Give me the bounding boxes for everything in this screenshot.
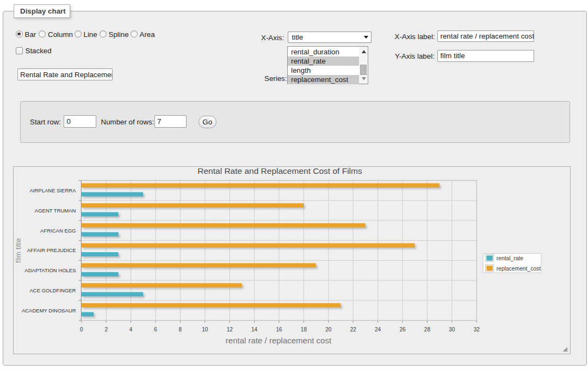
svg-text:4: 4 (129, 327, 133, 333)
svg-text:film title: film title (14, 238, 22, 263)
svg-text:replacement_cost: replacement_cost (497, 266, 541, 272)
svg-text:ACADEMY DINOSAUR: ACADEMY DINOSAUR (22, 308, 76, 313)
svg-text:20: 20 (325, 327, 332, 333)
svg-text:ACE GOLDFINGER: ACE GOLDFINGER (30, 287, 76, 293)
svg-text:rental_rate: rental_rate (497, 255, 524, 261)
svg-text:8: 8 (179, 327, 182, 333)
svg-text:2: 2 (104, 327, 108, 333)
svg-text:24: 24 (375, 327, 381, 333)
svg-text:AFFAIR PREJUDICE: AFFAIR PREJUDICE (27, 247, 76, 253)
svg-text:26: 26 (399, 327, 406, 333)
svg-text:30: 30 (449, 327, 455, 333)
svg-text:ADAPTATION HOLES: ADAPTATION HOLES (24, 267, 76, 273)
svg-text:AIRPLANE SIERRA: AIRPLANE SIERRA (30, 187, 77, 193)
svg-text:16: 16 (276, 327, 282, 333)
svg-text:6: 6 (154, 327, 157, 333)
svg-text:Rental Rate and Replacement Co: Rental Rate and Replacement Cost of Film… (197, 166, 362, 175)
svg-text:rental rate / replacement cost: rental rate / replacement cost (226, 336, 332, 345)
svg-text:28: 28 (424, 327, 431, 333)
svg-text:18: 18 (301, 327, 307, 333)
svg-text:AFRICAN EGG: AFRICAN EGG (40, 228, 76, 234)
svg-text:22: 22 (350, 327, 357, 333)
svg-text:10: 10 (202, 327, 208, 333)
svg-text:AGENT TRUMAN: AGENT TRUMAN (35, 208, 76, 214)
svg-text:32: 32 (474, 327, 480, 333)
svg-text:0: 0 (80, 327, 83, 333)
svg-text:12: 12 (227, 327, 233, 333)
svg-text:14: 14 (251, 327, 258, 333)
